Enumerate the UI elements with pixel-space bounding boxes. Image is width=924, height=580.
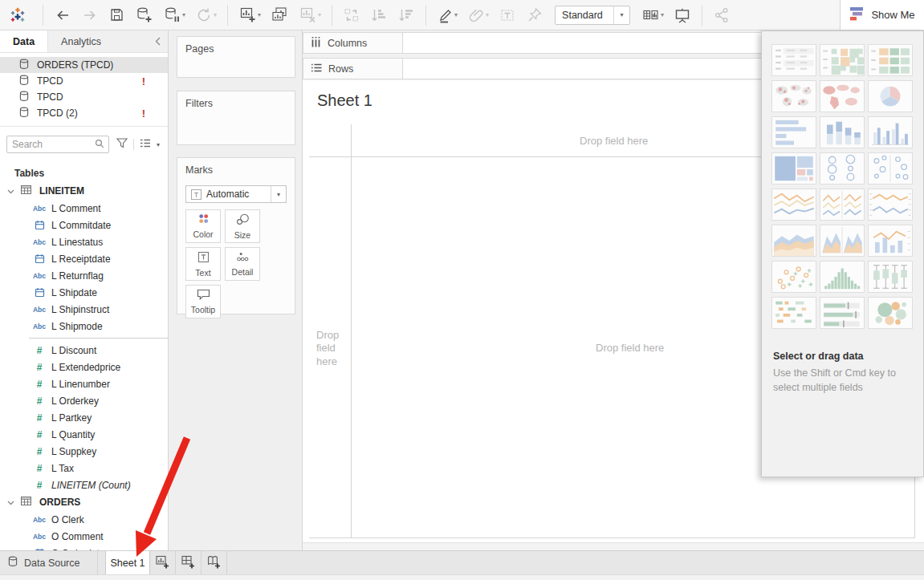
field-item[interactable]: L Receiptdate: [0, 250, 168, 267]
showme-highlight-table[interactable]: [820, 44, 865, 76]
pause-updates-caret-icon[interactable]: ▾: [182, 11, 185, 18]
pages-shelf[interactable]: Pages: [177, 36, 295, 78]
datasource-item[interactable]: TPCD: [0, 89, 168, 105]
fit-dropdown[interactable]: Standard▾: [555, 6, 630, 25]
new-worksheet-caret-icon[interactable]: ▾: [258, 11, 261, 18]
field-item[interactable]: O Orderdate: [0, 545, 168, 550]
showme-packed-bubbles[interactable]: [868, 297, 913, 329]
table-group-lineitem[interactable]: LINEITEM: [0, 182, 168, 200]
drop-zone-rows[interactable]: Drop field here: [316, 329, 339, 368]
field-item[interactable]: #L Linenumber: [0, 375, 168, 392]
pause-updates-button[interactable]: ▾: [160, 2, 189, 28]
showme-gantt-bar[interactable]: [771, 297, 816, 329]
warning-icon[interactable]: !: [142, 75, 145, 87]
undo-button[interactable]: [51, 2, 75, 28]
collapse-pane-icon[interactable]: [148, 30, 168, 52]
new-worksheet-tab-button[interactable]: [150, 551, 176, 574]
data-source-tab[interactable]: Data Source: [0, 551, 98, 574]
showme-side-by-side-circles[interactable]: [868, 152, 913, 185]
field-item[interactable]: L Commitdate: [0, 217, 168, 233]
tab-data[interactable]: Data: [0, 30, 48, 52]
new-datasource-button[interactable]: [132, 2, 157, 28]
showme-horizontal-bars[interactable]: [771, 116, 816, 148]
field-item[interactable]: AbcL Shipinstruct: [0, 301, 168, 318]
sheet-1-tab[interactable]: Sheet 1: [105, 551, 150, 574]
table-group-orders[interactable]: ORDERS: [0, 493, 168, 511]
chevron-down-icon[interactable]: [7, 497, 14, 508]
showme-bullet-graph[interactable]: [820, 297, 865, 329]
cell-size-caret-icon[interactable]: ▾: [661, 11, 664, 18]
cell-size-button[interactable]: ▾: [638, 2, 667, 28]
field-item[interactable]: #L Partkey: [0, 409, 168, 426]
showme-dual-combination[interactable]: [868, 225, 913, 257]
showme-stacked-bars[interactable]: [820, 116, 865, 148]
presentation-mode-button[interactable]: [670, 2, 694, 28]
showme-histogram[interactable]: [820, 261, 865, 293]
field-item[interactable]: #L Extendedprice: [0, 359, 168, 375]
text-button[interactable]: Text: [185, 247, 221, 281]
datasource-item[interactable]: TPCD (2)!: [0, 105, 168, 121]
tooltip-button[interactable]: Tooltip: [185, 285, 221, 318]
showme-circle-views[interactable]: [820, 152, 865, 185]
field-item[interactable]: AbcL Returnflag: [0, 267, 168, 284]
field-item[interactable]: L Shipdate: [0, 284, 168, 301]
view-options-caret-icon[interactable]: ▾: [157, 141, 160, 148]
showme-symbol-map[interactable]: [771, 80, 816, 112]
showme-lines-continuous[interactable]: [771, 189, 816, 221]
search-input[interactable]: [12, 139, 95, 150]
showme-filled-map[interactable]: [820, 80, 865, 112]
showme-text-table[interactable]: [771, 44, 816, 76]
size-button[interactable]: Size: [225, 209, 260, 243]
clear-sheet-caret-icon[interactable]: ▾: [318, 11, 321, 18]
fit-dropdown-caret-icon[interactable]: ▾: [613, 6, 629, 24]
tab-analytics[interactable]: Analytics: [48, 30, 114, 52]
showme-box-and-whisker[interactable]: [868, 261, 913, 293]
highlight-button[interactable]: ▾: [434, 2, 461, 28]
field-item[interactable]: #L Suppkey: [0, 443, 168, 460]
showme-dual-lines[interactable]: [868, 189, 913, 221]
showme-treemap[interactable]: [771, 152, 816, 185]
field-item[interactable]: AbcL Comment: [0, 200, 168, 217]
field-item[interactable]: AbcO Comment: [0, 528, 168, 545]
showme-heat-map[interactable]: [868, 44, 913, 76]
duplicate-sheet-button[interactable]: [267, 2, 292, 28]
new-dashboard-tab-button[interactable]: [176, 551, 201, 574]
view-options-icon[interactable]: [140, 139, 151, 150]
field-item[interactable]: #L Discount: [0, 342, 168, 359]
field-item[interactable]: AbcO Clerk: [0, 511, 168, 528]
field-item[interactable]: AbcL Linestatus: [0, 233, 168, 250]
field-item[interactable]: #L Quantity: [0, 426, 168, 443]
highlight-caret-icon[interactable]: ▾: [454, 11, 458, 18]
save-button[interactable]: [105, 2, 128, 28]
warning-icon[interactable]: !: [142, 107, 145, 120]
field-item[interactable]: #L Orderkey: [0, 392, 168, 409]
drop-zone-columns[interactable]: Drop field here: [580, 135, 648, 147]
datasource-icon: [19, 107, 29, 120]
filters-shelf[interactable]: Filters: [177, 91, 295, 145]
showme-area-discrete[interactable]: [820, 225, 865, 257]
group-members-caret-icon[interactable]: ▾: [486, 11, 489, 18]
chevron-down-icon[interactable]: [7, 185, 14, 197]
show-me-button[interactable]: Show Me: [840, 0, 924, 30]
datasource-item[interactable]: TPCD!: [0, 73, 168, 89]
field-item[interactable]: #LINEITEM (Count): [0, 477, 168, 493]
detail-button[interactable]: Detail: [225, 247, 260, 281]
mark-type-caret-icon[interactable]: ▾: [271, 186, 286, 202]
filter-fields-icon[interactable]: [116, 138, 128, 151]
showme-pie-chart[interactable]: [868, 80, 913, 112]
canvas-scroll-strip[interactable]: [303, 542, 924, 550]
new-worksheet-button[interactable]: ▾: [235, 2, 264, 28]
showme-area-continuous[interactable]: [771, 225, 816, 257]
showme-scatter-plot[interactable]: [771, 261, 816, 293]
showme-lines-discrete[interactable]: [820, 189, 865, 221]
field-item[interactable]: AbcL Shipmode: [0, 318, 168, 335]
search-input-box[interactable]: [6, 136, 109, 153]
drop-zone-view[interactable]: Drop field here: [596, 342, 664, 354]
color-button[interactable]: Color: [185, 209, 221, 243]
run-updates-caret-icon[interactable]: ▾: [214, 11, 217, 18]
datasource-item[interactable]: ORDERS (TPCD): [0, 57, 168, 73]
showme-side-by-side-bars[interactable]: [868, 116, 913, 148]
new-story-tab-button[interactable]: [201, 551, 227, 574]
mark-type-dropdown[interactable]: T Automatic ▾: [185, 185, 287, 203]
field-item[interactable]: #L Tax: [0, 460, 168, 477]
